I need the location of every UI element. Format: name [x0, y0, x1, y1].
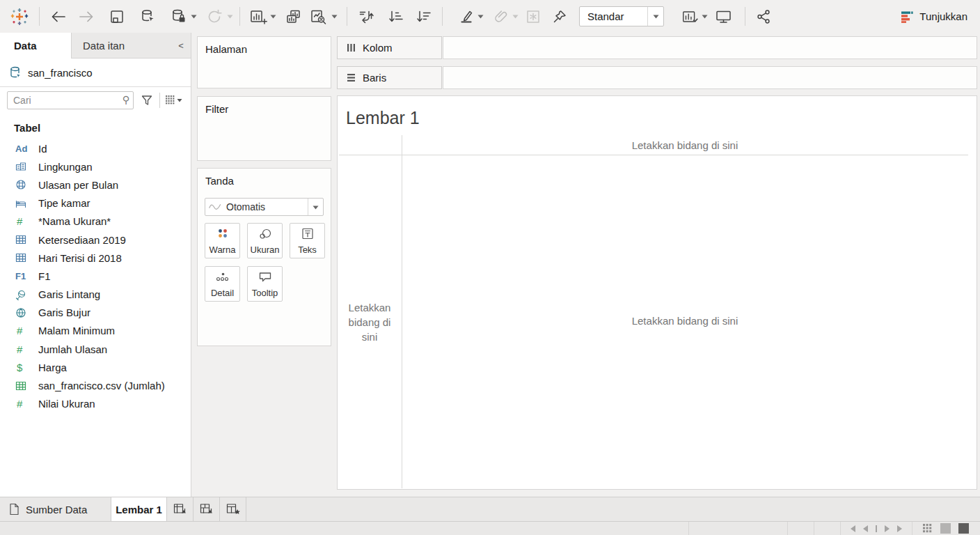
search-input[interactable]: [7, 91, 134, 109]
mark-type-dropdown[interactable]: Otomatis: [205, 198, 324, 216]
field-row[interactable]: F1F1: [0, 267, 191, 285]
field-row[interactable]: Ulasan per Bulan: [0, 176, 191, 194]
fit-selector[interactable]: Standar: [579, 6, 664, 26]
field-label: Malam Minimum: [33, 325, 115, 336]
run-update-icon[interactable]: [205, 7, 224, 26]
show-mark-labels-icon[interactable]: [523, 7, 543, 26]
new-worksheet-icon[interactable]: [249, 7, 269, 26]
teks-mark-button[interactable]: Teks: [290, 223, 325, 258]
group-members-icon[interactable]: [491, 7, 511, 26]
show-hide-cards-icon[interactable]: [681, 7, 700, 26]
prev-sheet-icon[interactable]: [863, 525, 868, 532]
new-worksheet-caret-icon[interactable]: [269, 7, 277, 26]
ukuran-mark-button[interactable]: Ukuran: [247, 223, 283, 258]
fit-selector-caret-icon[interactable]: [647, 7, 663, 26]
clear-sheet-icon[interactable]: [309, 7, 329, 26]
show-me-button[interactable]: Tunjukkan: [900, 7, 967, 26]
clear-sheet-caret-icon[interactable]: [330, 7, 338, 26]
field-row[interactable]: Hari Terisi di 2018: [0, 249, 191, 267]
field-row[interactable]: Garis Bujur: [0, 304, 191, 322]
next-sheet-icon[interactable]: [885, 525, 890, 532]
sheet-tab-bar: Sumber Data Lembar 1: [0, 497, 980, 521]
detail-mark-button[interactable]: Detail: [205, 266, 240, 302]
drop-zone-columns[interactable]: Letakkan bidang di sini: [402, 139, 968, 151]
main-toolbar: Standar Tunjukkan: [0, 0, 980, 33]
status-cell: [689, 522, 788, 535]
data-source-tab[interactable]: Sumber Data: [0, 497, 111, 521]
undo-icon[interactable]: [49, 7, 68, 26]
sheet-title[interactable]: Lembar 1: [346, 108, 420, 128]
marks-card-label: Tanda: [198, 169, 331, 187]
columns-shelf: Kolom: [337, 36, 977, 59]
rows-shelf-droparea[interactable]: [443, 66, 977, 89]
hash-icon: #: [15, 398, 33, 410]
field-row[interactable]: $Harga: [0, 358, 191, 376]
show-tabs-icon[interactable]: [922, 523, 933, 534]
toolbar-separator: [39, 7, 40, 26]
first-sheet-icon[interactable]: [851, 525, 855, 532]
new-dashboard-tab-button[interactable]: [193, 497, 220, 521]
field-row[interactable]: #*Nama Ukuran*: [0, 212, 191, 231]
globe-tilt-icon: [15, 289, 33, 300]
redo-icon[interactable]: [77, 7, 96, 26]
show-sheet-sorter-icon[interactable]: [958, 523, 969, 534]
field-row[interactable]: #Jumlah Ulasan: [0, 340, 191, 358]
drop-zone-body[interactable]: Letakkan bidang di sini: [402, 315, 968, 327]
mark-button-label: Detail: [211, 288, 234, 298]
new-datasource-icon[interactable]: [138, 7, 157, 26]
pause-auto-updates-icon[interactable]: [168, 7, 188, 26]
highlight-caret-icon[interactable]: [476, 7, 484, 26]
pause-auto-updates-caret-icon[interactable]: [189, 7, 198, 26]
field-row[interactable]: #Malam Minimum: [0, 322, 191, 340]
field-row[interactable]: AdId: [0, 139, 191, 157]
collapse-pane-icon[interactable]: <: [171, 33, 191, 59]
status-bar: [0, 521, 980, 535]
mark-type-caret-icon[interactable]: [308, 199, 323, 215]
field-row[interactable]: Garis Lintang: [0, 286, 191, 304]
status-cell: [788, 522, 814, 535]
run-update-caret-icon[interactable]: [226, 7, 234, 26]
table-grid-icon: [15, 252, 33, 263]
search-separator: [159, 93, 160, 108]
drop-zone-rows[interactable]: Letakkan bidang di sini: [338, 300, 402, 344]
tab-analytics[interactable]: Data itan: [72, 33, 171, 59]
field-row[interactable]: #Nilai Ukuran: [0, 395, 191, 413]
filters-shelf[interactable]: Filter: [197, 96, 331, 161]
field-row[interactable]: Lingkungan: [0, 157, 191, 176]
view-mode-caret-icon: [177, 98, 182, 103]
field-row[interactable]: Tipe kamar: [0, 194, 191, 212]
filmstrip-view-icon[interactable]: [940, 523, 951, 534]
swap-rows-columns-icon[interactable]: [356, 7, 376, 26]
fix-axes-pin-icon[interactable]: [550, 7, 569, 26]
field-row[interactable]: san_francisco.csv (Jumlah): [0, 376, 191, 394]
group-members-caret-icon[interactable]: [511, 7, 519, 26]
columns-shelf-droparea[interactable]: [443, 36, 977, 59]
tooltip-mark-button[interactable]: Tooltip: [247, 266, 283, 302]
sort-ascending-icon[interactable]: [386, 7, 405, 26]
view-mode-selector[interactable]: [165, 95, 182, 105]
columns-shelf-label: Kolom: [363, 42, 393, 54]
search-icon: ⚲: [122, 94, 129, 105]
field-label: Id: [33, 143, 47, 155]
datasource-item[interactable]: san_francisco: [0, 59, 191, 87]
field-row[interactable]: Ketersediaan 2019: [0, 231, 191, 249]
sheet-tab-active[interactable]: Lembar 1: [111, 497, 167, 521]
datasource-icon: [10, 66, 22, 79]
sort-descending-icon[interactable]: [413, 7, 433, 26]
columns-shelf-header: Kolom: [337, 36, 442, 59]
highlight-icon[interactable]: [457, 7, 476, 26]
share-icon[interactable]: [754, 7, 774, 26]
tab-data[interactable]: Data: [0, 33, 72, 59]
field-label: Ketersediaan 2019: [33, 234, 126, 246]
filter-fields-icon[interactable]: [141, 94, 153, 107]
new-worksheet-tab-button[interactable]: [167, 497, 193, 521]
presentation-mode-icon[interactable]: [714, 7, 734, 26]
show-hide-cards-caret-icon[interactable]: [700, 7, 709, 26]
mark-button-label: Tooltip: [252, 288, 278, 298]
last-sheet-icon[interactable]: [897, 525, 902, 532]
pages-shelf[interactable]: Halaman: [197, 36, 331, 88]
warna-mark-button[interactable]: Warna: [205, 223, 240, 258]
duplicate-sheet-icon[interactable]: [284, 7, 303, 26]
save-icon[interactable]: [107, 7, 127, 26]
new-story-tab-button[interactable]: [220, 497, 246, 521]
